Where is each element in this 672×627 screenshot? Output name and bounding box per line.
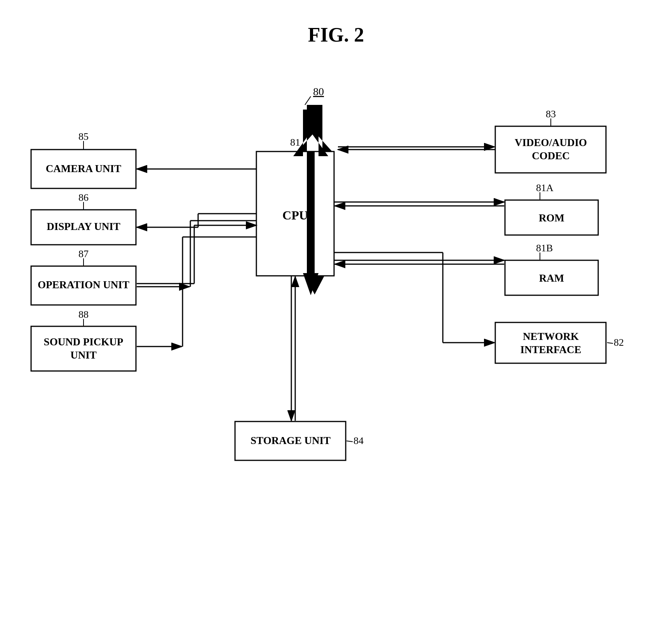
svg-text:NETWORK: NETWORK <box>523 331 579 342</box>
svg-text:81: 81 <box>290 137 300 148</box>
svg-line-61 <box>305 96 311 105</box>
svg-text:INTERFACE: INTERFACE <box>520 344 581 355</box>
svg-text:DISPLAY UNIT: DISPLAY UNIT <box>47 221 120 232</box>
svg-text:CODEC: CODEC <box>532 150 570 162</box>
svg-text:86: 86 <box>78 192 89 203</box>
svg-text:SOUND PICKUP: SOUND PICKUP <box>44 336 124 348</box>
figure-title: FIG. 2 <box>0 0 672 46</box>
svg-text:ROM: ROM <box>539 212 564 224</box>
svg-text:VIDEO/AUDIO: VIDEO/AUDIO <box>515 137 587 148</box>
svg-rect-55 <box>495 322 606 363</box>
svg-rect-48 <box>495 126 606 173</box>
svg-rect-45 <box>31 326 136 371</box>
svg-text:88: 88 <box>78 309 89 320</box>
svg-text:81B: 81B <box>536 242 553 254</box>
svg-text:CAMERA UNIT: CAMERA UNIT <box>46 163 121 174</box>
svg-line-80 <box>346 441 353 442</box>
svg-text:STORAGE UNIT: STORAGE UNIT <box>251 435 331 446</box>
svg-text:OPERATION UNIT: OPERATION UNIT <box>38 279 129 291</box>
svg-text:80: 80 <box>313 85 324 98</box>
svg-text:83: 83 <box>546 108 556 120</box>
svg-text:87: 87 <box>78 248 89 260</box>
svg-text:CPU: CPU <box>282 208 308 222</box>
svg-text:RAM: RAM <box>539 272 564 284</box>
svg-text:85: 85 <box>78 131 89 142</box>
svg-text:82: 82 <box>614 337 624 348</box>
main-diagram-svg: CPU CAMERA UNIT DISPLAY UNIT OPERATION U… <box>0 51 672 625</box>
svg-text:81A: 81A <box>536 182 554 193</box>
svg-text:84: 84 <box>353 435 364 446</box>
svg-line-78 <box>607 343 613 343</box>
svg-text:UNIT: UNIT <box>70 349 97 361</box>
